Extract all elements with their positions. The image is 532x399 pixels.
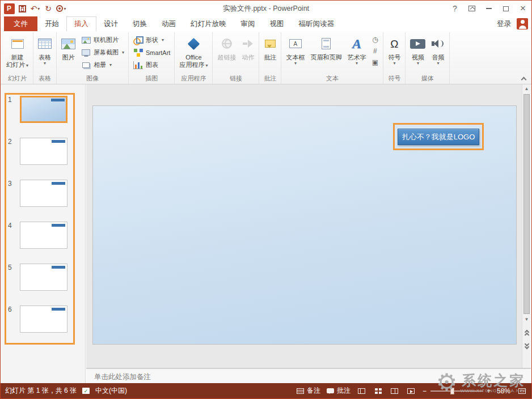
text-box-button[interactable]: A 文本框 ▾: [284, 33, 307, 75]
ribbon-display-options-button[interactable]: [463, 1, 480, 16]
office-apps-button[interactable]: Office 应用程序▾: [177, 33, 210, 75]
spell-check-button[interactable]: ✓: [82, 388, 90, 394]
tab-insert[interactable]: 插入: [66, 16, 96, 31]
ribbon-tab-bar: 文件 开始 插入 设计 切换 动画 幻灯片放映 审阅 视图 福昕阅读器 登录: [1, 16, 531, 31]
group-label-tables: 表格: [33, 74, 56, 83]
maximize-button[interactable]: [497, 1, 514, 16]
comments-toggle-button[interactable]: 批注: [327, 386, 351, 396]
group-label-apps: 应用程序: [175, 74, 212, 83]
group-label-slides: 幻灯片: [2, 74, 33, 83]
header-footer-button[interactable]: 页眉和页脚: [308, 33, 344, 75]
group-label-text: 文本: [281, 74, 383, 83]
object-icon: ▣: [372, 58, 378, 66]
shapes-button[interactable]: 形状▾: [131, 34, 172, 46]
comment-button[interactable]: 批注: [261, 33, 278, 75]
window-controls: ? ×: [446, 1, 531, 16]
powerpoint-logo-icon: P: [4, 3, 15, 14]
sign-in-button[interactable]: 登录: [491, 16, 517, 31]
zoom-slider[interactable]: [430, 390, 483, 392]
reading-view-icon: [391, 388, 398, 394]
undo-button[interactable]: ↶▾: [29, 2, 41, 15]
action-button[interactable]: 动作: [239, 33, 256, 75]
close-button[interactable]: ×: [514, 1, 531, 16]
new-slide-button[interactable]: 新建 幻灯片▾: [4, 33, 31, 75]
date-time-button[interactable]: ◷: [369, 34, 381, 45]
slide-editing-area: ▲ ▼: [86, 84, 531, 368]
symbol-button[interactable]: Ω 符号 ▾: [386, 33, 403, 75]
normal-view-button[interactable]: [357, 386, 367, 396]
collapse-ribbon-icon: [521, 77, 527, 83]
screenshot-button[interactable]: 屏幕截图▾: [79, 46, 126, 58]
help-button[interactable]: ?: [446, 1, 463, 16]
wordart-button[interactable]: A 艺术字 ▾: [345, 33, 368, 75]
collapse-ribbon-button[interactable]: [522, 78, 526, 82]
group-label-illustrations: 插图: [129, 74, 174, 83]
reading-view-button[interactable]: [390, 386, 400, 396]
zoom-control: − +: [423, 387, 491, 395]
smartart-icon: [134, 49, 143, 57]
vertical-scrollbar[interactable]: ▲ ▼: [522, 84, 531, 368]
tab-transitions[interactable]: 切换: [125, 16, 154, 31]
chart-button[interactable]: 图表: [131, 59, 172, 71]
logo-shape[interactable]: 扎心不？我就是LOGO: [398, 129, 479, 145]
chart-icon: [133, 61, 143, 69]
action-icon: [243, 40, 253, 48]
save-button[interactable]: [16, 2, 28, 15]
fit-to-window-button[interactable]: [517, 386, 527, 396]
audio-button[interactable]: 音频 ▾: [429, 33, 447, 75]
redo-button[interactable]: ↻: [43, 2, 54, 15]
video-button[interactable]: 视频 ▾: [408, 33, 428, 75]
tab-animations[interactable]: 动画: [154, 16, 183, 31]
slide-thumbnail-6[interactable]: [20, 305, 67, 333]
scroll-down-button[interactable]: ▼: [522, 315, 531, 324]
zoom-percentage[interactable]: 58%: [497, 387, 510, 395]
previous-slide-button[interactable]: [522, 327, 531, 338]
slide-thumbnail-4[interactable]: [20, 222, 67, 249]
slide-thumbnail-2[interactable]: [20, 138, 67, 165]
hyperlink-button[interactable]: 超链接: [215, 33, 238, 75]
slide-counter[interactable]: 幻灯片 第 1 张，共 6 张: [5, 386, 77, 396]
tab-slideshow[interactable]: 幻灯片放映: [183, 16, 234, 31]
tab-home[interactable]: 开始: [37, 16, 66, 31]
slide-thumbnail-3[interactable]: [20, 180, 67, 207]
scrollbar-thumb[interactable]: [523, 94, 530, 314]
ribbon-insert: 新建 幻灯片▾ 幻灯片 表格 ▾ 表格 图片: [1, 31, 531, 84]
comments-icon: [327, 388, 334, 393]
normal-view-icon: [358, 388, 365, 394]
screenshot-icon: [82, 49, 90, 56]
app-button[interactable]: P: [3, 2, 15, 15]
slide-sorter-view-button[interactable]: [373, 386, 383, 396]
zoom-in-button[interactable]: +: [487, 387, 491, 395]
account-avatar[interactable]: [517, 18, 528, 29]
group-label-media: 媒体: [406, 74, 449, 83]
notes-toggle-button[interactable]: 备注: [297, 386, 320, 396]
slide-number-label: 4: [8, 222, 12, 230]
slideshow-view-button[interactable]: [406, 386, 416, 396]
slide-number-button[interactable]: #: [369, 45, 381, 56]
tab-file[interactable]: 文件: [4, 16, 37, 31]
slide-sorter-icon: [375, 388, 382, 394]
notes-pane[interactable]: 单击此处添加备注: [86, 368, 531, 384]
tab-review[interactable]: 审阅: [234, 16, 263, 31]
table-button[interactable]: 表格 ▾: [36, 33, 54, 75]
fit-to-window-icon: [518, 388, 526, 394]
slide-thumbnail-5[interactable]: [20, 264, 67, 291]
language-button[interactable]: 中文(中国): [95, 386, 127, 396]
next-slide-button[interactable]: [522, 341, 531, 352]
smartart-button[interactable]: SmartArt: [131, 46, 172, 58]
zoom-slider-thumb[interactable]: [450, 388, 454, 394]
touch-mode-button[interactable]: ▾: [56, 2, 67, 15]
tab-design[interactable]: 设计: [96, 16, 125, 31]
online-pictures-button[interactable]: 联机图片: [79, 34, 126, 46]
pictures-button[interactable]: 图片: [59, 33, 78, 75]
spell-check-icon: ✓: [82, 388, 90, 394]
object-button[interactable]: ▣: [369, 57, 381, 67]
date-time-icon: ◷: [372, 36, 378, 44]
tab-view[interactable]: 视图: [263, 16, 292, 31]
scroll-up-button[interactable]: ▲: [522, 84, 531, 93]
zoom-out-button[interactable]: −: [423, 387, 427, 395]
slide-thumbnail-1[interactable]: [20, 96, 67, 123]
tab-foxit-reader[interactable]: 福昕阅读器: [292, 16, 342, 31]
minimize-button[interactable]: [480, 1, 497, 16]
photo-album-button[interactable]: 相册▾: [79, 59, 126, 71]
